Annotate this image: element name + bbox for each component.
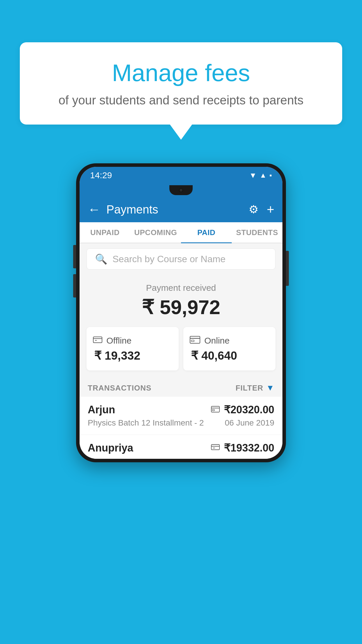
svg-rect-1 — [190, 336, 200, 343]
svg-rect-4 — [212, 410, 215, 411]
online-payment-icon — [211, 405, 220, 414]
svg-rect-3 — [211, 406, 219, 412]
offline-payment-icon — [211, 443, 220, 453]
table-row[interactable]: Anupriya ₹19332.00 — [80, 435, 282, 459]
speech-bubble-subtitle: of your students and send receipts to pa… — [37, 92, 325, 108]
add-button[interactable]: + — [267, 202, 274, 217]
search-input[interactable]: Search by Course or Name — [113, 254, 267, 265]
offline-card-header: Offline — [93, 335, 172, 346]
payment-received-label: Payment received — [87, 283, 275, 293]
payment-total-amount: ₹ 59,972 — [87, 296, 275, 319]
transaction-top: Arjun ₹20320.00 — [88, 404, 274, 416]
transaction-right: ₹19332.00 — [211, 442, 274, 454]
speech-bubble-container: Manage fees of your students and send re… — [20, 42, 342, 140]
speech-bubble-arrow — [170, 125, 192, 140]
transaction-right: ₹20320.00 — [211, 404, 274, 416]
table-row[interactable]: Arjun ₹20320.00 — [80, 397, 282, 435]
svg-rect-0 — [93, 337, 102, 343]
search-container: 🔍 Search by Course or Name — [80, 243, 282, 275]
phone-screen: 14:29 ▼ ▲ ▪ ← Payments ⚙ + — [80, 167, 282, 459]
offline-payment-card: Offline ₹ 19,332 — [87, 327, 179, 370]
filter-label: FILTER — [236, 384, 263, 393]
filter-icon: ▼ — [266, 383, 274, 393]
tab-upcoming[interactable]: UPCOMING — [130, 222, 181, 243]
svg-rect-5 — [211, 444, 219, 450]
online-amount: ₹ 40,640 — [190, 349, 269, 362]
power-button — [286, 251, 289, 286]
tab-unpaid[interactable]: UNPAID — [80, 222, 130, 243]
page-title: Payments — [106, 203, 249, 216]
svg-rect-2 — [191, 340, 194, 342]
transaction-course: Physics Batch 12 Installment - 2 — [88, 418, 204, 428]
payment-summary: Payment received ₹ 59,972 — [80, 275, 282, 377]
app-header: ← Payments ⚙ + — [80, 197, 282, 222]
notch — [169, 185, 193, 195]
transaction-date: 06 June 2019 — [225, 418, 274, 428]
battery-icon: ▪ — [269, 171, 272, 179]
volume-down-button — [73, 274, 76, 298]
back-button[interactable]: ← — [88, 202, 101, 217]
signal-icon: ▲ — [260, 171, 267, 179]
status-bar: 14:29 ▼ ▲ ▪ — [80, 167, 282, 184]
front-camera — [179, 188, 183, 192]
phone-frame: 14:29 ▼ ▲ ▪ ← Payments ⚙ + — [76, 163, 286, 462]
payment-cards: Offline ₹ 19,332 — [87, 327, 275, 370]
transaction-name: Arjun — [88, 404, 115, 416]
transaction-name: Anupriya — [88, 442, 133, 454]
offline-icon — [93, 335, 102, 346]
transactions-header: TRANSACTIONS FILTER ▼ — [80, 377, 282, 397]
notch-area — [80, 184, 282, 197]
speech-bubble-title: Manage fees — [37, 60, 325, 86]
search-icon: 🔍 — [95, 253, 107, 265]
online-icon — [190, 335, 200, 346]
settings-button[interactable]: ⚙ — [249, 203, 259, 216]
transaction-bottom: Physics Batch 12 Installment - 2 06 June… — [88, 418, 274, 428]
transactions-label: TRANSACTIONS — [88, 384, 152, 393]
online-label: Online — [204, 336, 230, 346]
wifi-icon: ▼ — [249, 171, 257, 180]
transaction-amount: ₹20320.00 — [224, 404, 274, 416]
tab-students[interactable]: STUDENTS — [232, 222, 282, 243]
filter-button[interactable]: FILTER ▼ — [236, 383, 274, 393]
tab-paid[interactable]: PAID — [181, 222, 232, 243]
offline-label: Offline — [106, 336, 131, 346]
status-icons: ▼ ▲ ▪ — [249, 171, 272, 180]
search-box[interactable]: 🔍 Search by Course or Name — [87, 249, 275, 270]
offline-amount: ₹ 19,332 — [93, 349, 172, 362]
online-card-header: Online — [190, 335, 269, 346]
phone-container: 14:29 ▼ ▲ ▪ ← Payments ⚙ + — [76, 163, 286, 462]
tabs-bar: UNPAID UPCOMING PAID STUDENTS — [80, 222, 282, 243]
online-payment-card: Online ₹ 40,640 — [183, 327, 275, 370]
speech-bubble: Manage fees of your students and send re… — [20, 42, 342, 125]
header-actions: ⚙ + — [249, 202, 274, 217]
transactions-list: Arjun ₹20320.00 — [80, 397, 282, 459]
status-time: 14:29 — [90, 170, 112, 180]
transaction-amount: ₹19332.00 — [224, 442, 274, 454]
volume-up-button — [73, 245, 76, 268]
